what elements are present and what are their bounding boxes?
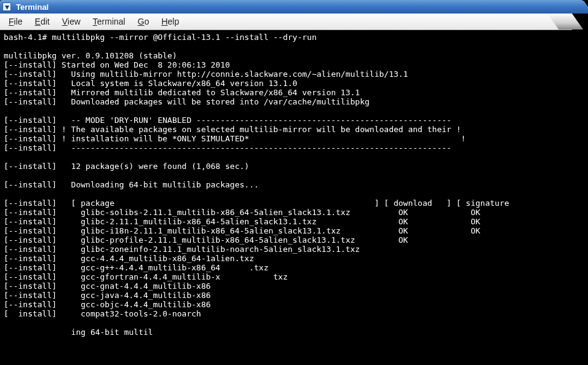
window-menu-button[interactable]: ▾ (2, 2, 11, 11)
window-titlebar[interactable]: ▾ Terminal (0, 0, 572, 14)
menu-help[interactable]: Help (156, 15, 184, 28)
menu-bar: File Edit View Terminal Go Help (0, 14, 572, 30)
menu-edit[interactable]: Edit (30, 15, 55, 28)
menu-go[interactable]: Go (133, 15, 154, 28)
window-title: Terminal (16, 2, 49, 12)
titlebar-decoration (558, 0, 588, 14)
menu-view[interactable]: View (57, 15, 85, 28)
terminal-output[interactable]: bash-4.1# multilibpkg --mirror @Official… (0, 30, 572, 340)
terminal-window: ▾ Terminal File Edit View Terminal Go He… (0, 0, 572, 340)
menu-file[interactable]: File (4, 15, 28, 28)
menu-terminal[interactable]: Terminal (88, 15, 130, 28)
